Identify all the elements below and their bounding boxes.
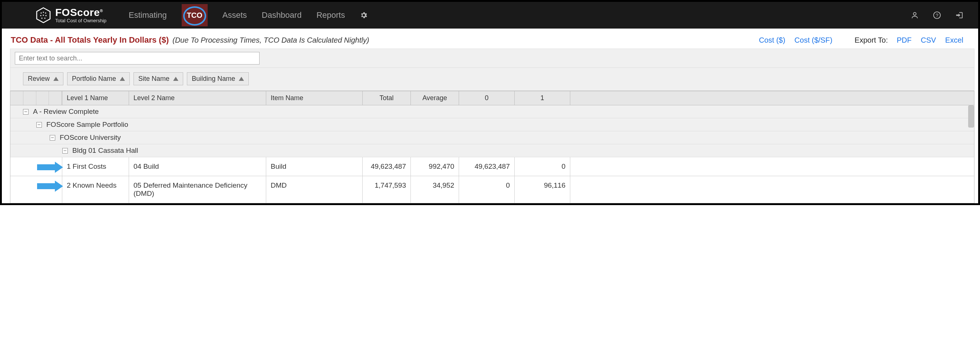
cell-item: DMD	[266, 176, 363, 203]
col-year1[interactable]: 1	[515, 91, 570, 105]
group-portfolio[interactable]: − FOScore Sample Portfolio	[10, 118, 974, 131]
cell-level2: 05 Deferred Maintenance Deficiency (DMD)	[129, 176, 266, 203]
chip-review[interactable]: Review	[23, 72, 64, 85]
callout-arrow-icon	[37, 182, 63, 191]
svg-point-8	[44, 18, 45, 19]
sort-asc-icon	[173, 77, 178, 81]
column-headers: Level 1 Name Level 2 Name Item Name Tota…	[10, 91, 974, 105]
user-icon[interactable]	[911, 11, 919, 19]
top-nav: FOScore® Total Cost of Ownership Estimat…	[2, 2, 978, 29]
group-portfolio-label: FOScore Sample Portfolio	[46, 121, 128, 129]
col-item[interactable]: Item Name	[266, 91, 363, 105]
table-row[interactable]: 1 First Costs 04 Build Build 49,623,487 …	[10, 157, 974, 176]
svg-text:?: ?	[935, 13, 938, 18]
cell-average: 34,952	[411, 176, 459, 203]
cell-y1: 96,116	[515, 176, 570, 203]
collapse-icon[interactable]: −	[23, 109, 29, 115]
export-csv-link[interactable]: CSV	[921, 36, 936, 44]
collapse-icon[interactable]: −	[37, 122, 42, 127]
nav-dashboard[interactable]: Dashboard	[262, 10, 302, 20]
collapse-icon[interactable]: −	[62, 148, 68, 153]
sort-asc-icon	[120, 77, 125, 81]
sort-asc-icon	[53, 77, 59, 81]
search-input[interactable]	[15, 52, 259, 65]
cell-y0: 0	[459, 176, 515, 203]
export-excel-link[interactable]: Excel	[945, 36, 963, 44]
collapse-icon[interactable]: −	[50, 135, 55, 140]
group-site-label: FOScore University	[60, 134, 121, 142]
svg-point-6	[45, 15, 46, 16]
page-title-note: (Due To Processing Times, TCO Data Is Ca…	[172, 36, 369, 45]
svg-point-1	[40, 12, 41, 13]
table-row[interactable]: 2 Known Needs 05 Deferred Maintenance De…	[10, 176, 974, 203]
col-level2[interactable]: Level 2 Name	[129, 91, 266, 105]
search-row	[10, 49, 974, 68]
export-label: Export To:	[855, 36, 888, 45]
cell-y0: 49,623,487	[459, 157, 515, 176]
logo-hex-icon	[35, 7, 51, 23]
brand-logo[interactable]: FOScore® Total Cost of Ownership	[35, 7, 107, 23]
col-year0[interactable]: 0	[459, 91, 515, 105]
group-review-label: A - Review Complete	[33, 108, 99, 116]
cell-average: 992,470	[411, 157, 459, 176]
svg-point-5	[43, 14, 44, 16]
group-building[interactable]: − Bldg 01 Cassata Hall	[10, 144, 974, 157]
view-cost-sf-link[interactable]: Cost ($/SF)	[795, 36, 832, 44]
view-cost-link[interactable]: Cost ($)	[759, 36, 785, 44]
group-by-row: Review Portfolio Name Site Name Building…	[10, 68, 974, 91]
col-total[interactable]: Total	[363, 91, 411, 105]
cell-level1: 1 First Costs	[62, 157, 129, 176]
col-average[interactable]: Average	[411, 91, 459, 105]
data-grid: − A - Review Complete − FOScore Sample P…	[10, 105, 974, 203]
page-title: TCO Data - All Totals Yearly In Dollars …	[11, 35, 169, 45]
cell-total: 1,747,593	[363, 176, 411, 203]
gear-icon[interactable]	[360, 11, 368, 19]
chip-building[interactable]: Building Name	[187, 72, 249, 85]
svg-point-3	[45, 12, 46, 13]
sort-asc-icon	[239, 77, 244, 81]
nav-tco[interactable]: TCO	[182, 4, 208, 26]
cell-level2: 04 Build	[129, 157, 266, 176]
scrollbar-thumb[interactable]	[968, 105, 974, 127]
brand-tagline: Total Cost of Ownership	[55, 18, 107, 23]
group-site[interactable]: − FOScore University	[10, 131, 974, 144]
nav-estimating[interactable]: Estimating	[129, 10, 167, 20]
svg-point-4	[40, 15, 41, 16]
group-review[interactable]: − A - Review Complete	[10, 105, 974, 118]
page-title-row: TCO Data - All Totals Yearly In Dollars …	[2, 29, 978, 49]
brand-name: FOScore®	[55, 7, 107, 18]
export-pdf-link[interactable]: PDF	[897, 36, 912, 44]
cell-item: Build	[266, 157, 363, 176]
cell-level1: 2 Known Needs	[62, 176, 129, 203]
cell-y1: 0	[515, 157, 570, 176]
callout-arrow-icon	[37, 163, 63, 172]
cell-total: 49,623,487	[363, 157, 411, 176]
chip-portfolio[interactable]: Portfolio Name	[67, 72, 130, 85]
help-icon[interactable]: ?	[933, 11, 941, 19]
nav-reports[interactable]: Reports	[316, 10, 345, 20]
group-building-label: Bldg 01 Cassata Hall	[72, 147, 138, 155]
svg-point-9	[913, 13, 916, 15]
col-level1[interactable]: Level 1 Name	[62, 91, 129, 105]
chip-site[interactable]: Site Name	[134, 72, 183, 85]
logout-icon[interactable]	[955, 11, 963, 19]
svg-point-2	[43, 11, 44, 13]
nav-assets[interactable]: Assets	[223, 10, 247, 20]
svg-point-7	[41, 18, 42, 19]
